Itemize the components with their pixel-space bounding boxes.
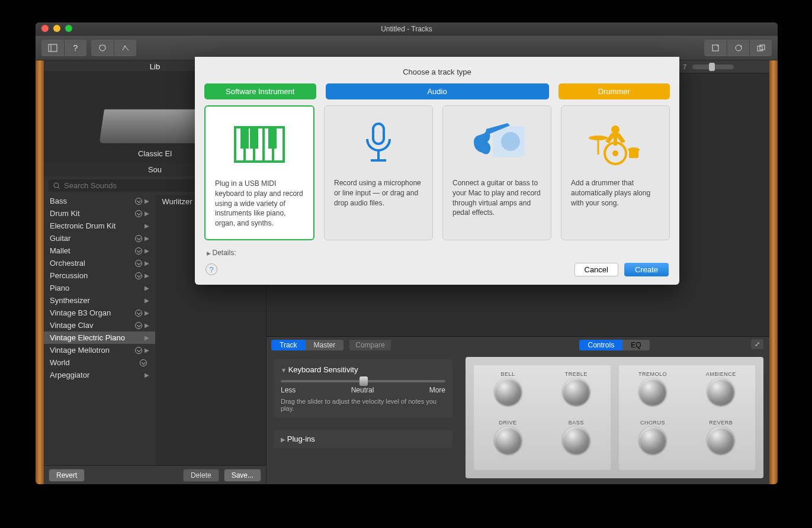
- smart-controls-button[interactable]: [91, 40, 114, 56]
- download-icon: [135, 210, 142, 217]
- sidebar-item-vintage-mellotron[interactable]: Vintage Mellotron▶: [44, 344, 155, 356]
- option-software-instrument[interactable]: Plug in a USB MIDI keyboard to play and …: [204, 105, 314, 240]
- knob-drive[interactable]: DRIVE: [480, 420, 536, 465]
- knob-reverb[interactable]: REVERB: [693, 420, 749, 465]
- category-list: Bass▶Drum Kit▶Electronic Drum Kit▶Guitar…: [44, 195, 155, 465]
- media-browser-button[interactable]: [749, 40, 772, 56]
- option-drummer[interactable]: Add a drummer that automatically plays a…: [561, 105, 670, 240]
- chevron-right-icon: ▶: [145, 247, 149, 254]
- download-icon: [135, 310, 142, 317]
- ruler-mark: 7: [683, 63, 686, 70]
- download-icon: [135, 272, 142, 279]
- download-icon: [135, 260, 142, 267]
- option-si-desc: Plug in a USB MIDI keyboard to play and …: [215, 179, 304, 228]
- svg-rect-31: [629, 150, 638, 158]
- track-master-segment[interactable]: Track Master: [271, 340, 344, 350]
- knob-bass[interactable]: BASS: [548, 420, 604, 465]
- header-audio: Audio: [326, 83, 549, 99]
- chevron-right-icon: ▶: [145, 235, 149, 242]
- instrument-name: Classic El: [138, 149, 172, 158]
- sidebar-item-vintage-clav[interactable]: Vintage Clav▶: [44, 319, 155, 331]
- maximize-window-button[interactable]: [65, 25, 72, 32]
- chevron-right-icon: ▶: [145, 198, 149, 204]
- svg-rect-0: [49, 44, 57, 51]
- amp-panel: BELLTREBLEDRIVEBASS TREMOLOAMBIENCECHORU…: [466, 357, 763, 478]
- ks-less: Less: [281, 386, 296, 394]
- quick-help-button[interactable]: ?: [64, 40, 86, 56]
- knob-bell[interactable]: BELL: [480, 371, 536, 416]
- library-toggle-button[interactable]: [41, 40, 64, 56]
- keyboard-sensitivity-panel: Keyboard Sensitivity Less Neutral More D…: [274, 359, 452, 418]
- knob-group-left: BELLTREBLEDRIVEBASS: [474, 365, 611, 470]
- left-wood-rail: [36, 60, 44, 484]
- knob-ambience[interactable]: AMBIENCE: [693, 371, 749, 416]
- compare-button[interactable]: Compare: [349, 340, 390, 350]
- help-button[interactable]: ?: [206, 263, 217, 275]
- svg-point-25: [611, 125, 620, 134]
- chevron-right-icon: ▶: [145, 297, 149, 304]
- option-guitar-desc: Connect a guitar or bass to your Mac to …: [452, 178, 541, 218]
- tab-controls[interactable]: Controls: [579, 340, 622, 350]
- minimize-window-button[interactable]: [53, 25, 60, 32]
- knob-treble[interactable]: TREBLE: [548, 371, 604, 416]
- download-icon: [135, 235, 142, 242]
- sidebar-item-arpeggiator[interactable]: Arpeggiator▶: [44, 369, 155, 381]
- sidebar-item-vintage-b3-organ[interactable]: Vintage B3 Organ▶: [44, 307, 155, 319]
- zoom-slider[interactable]: [692, 65, 734, 69]
- svg-rect-20: [373, 124, 384, 144]
- knob-tremolo[interactable]: TREMOLO: [625, 371, 681, 416]
- svg-point-24: [501, 132, 520, 151]
- loop-browser-button[interactable]: [727, 40, 749, 56]
- option-drummer-desc: Add a drummer that automatically plays a…: [571, 178, 660, 208]
- option-audio-guitar[interactable]: Connect a guitar or bass to your Mac to …: [442, 105, 551, 240]
- right-wood-rail: [769, 60, 778, 484]
- details-disclosure[interactable]: Details:: [195, 240, 679, 258]
- choose-track-type-dialog: Choose a track type Software Instrument …: [195, 57, 679, 285]
- chevron-right-icon: ▶: [145, 334, 149, 341]
- sidebar-item-mallet[interactable]: Mallet▶: [44, 244, 155, 257]
- tab-master[interactable]: Master: [306, 340, 344, 350]
- sidebar-item-bass[interactable]: Bass▶: [44, 195, 155, 207]
- create-button[interactable]: Create: [624, 263, 669, 276]
- chevron-right-icon: ▶: [145, 310, 149, 316]
- option-audio-mic[interactable]: Record using a microphone or line input …: [324, 105, 433, 240]
- chevron-right-icon: ▶: [145, 372, 149, 378]
- piano-icon: [215, 115, 304, 174]
- plugins-panel[interactable]: Plug-ins: [274, 430, 452, 448]
- ks-slider[interactable]: [281, 380, 445, 382]
- sidebar-item-guitar[interactable]: Guitar▶: [44, 232, 155, 244]
- editors-button[interactable]: [114, 40, 136, 56]
- sidebar-item-vintage-electric-piano[interactable]: Vintage Electric Piano▶: [44, 331, 155, 344]
- tab-track[interactable]: Track: [271, 340, 306, 350]
- download-icon: [135, 347, 142, 354]
- sidebar-item-piano[interactable]: Piano▶: [44, 282, 155, 294]
- plugins-title[interactable]: Plug-ins: [281, 434, 445, 443]
- chevron-right-icon: ▶: [145, 272, 149, 279]
- ks-more: More: [429, 386, 445, 394]
- sidebar-item-electronic-drum-kit[interactable]: Electronic Drum Kit▶: [44, 220, 155, 232]
- chevron-right-icon: ▶: [145, 322, 149, 329]
- sidebar-item-drum-kit[interactable]: Drum Kit▶: [44, 207, 155, 220]
- revert-button[interactable]: Revert: [49, 469, 85, 482]
- controls-eq-segment[interactable]: Controls EQ: [579, 340, 649, 350]
- knob-chorus[interactable]: CHORUS: [625, 420, 681, 465]
- app-window: Untitled - Tracks ? Lib Classic El Sou: [36, 22, 778, 484]
- notepad-button[interactable]: [704, 40, 727, 56]
- guitar-icon: [452, 114, 541, 173]
- tab-eq[interactable]: EQ: [622, 340, 649, 350]
- sidebar-item-percussion[interactable]: Percussion▶: [44, 269, 155, 282]
- chevron-right-icon: ▶: [145, 210, 149, 217]
- sidebar-item-orchestral[interactable]: Orchestral▶: [44, 257, 155, 269]
- ks-title[interactable]: Keyboard Sensitivity: [281, 365, 445, 374]
- download-icon: [140, 359, 147, 366]
- delete-button[interactable]: Delete: [183, 469, 219, 482]
- sidebar-item-synthesizer[interactable]: Synthesizer▶: [44, 294, 155, 307]
- expand-panel-button[interactable]: ⤢: [751, 339, 763, 349]
- sidebar-item-world[interactable]: World: [44, 356, 155, 369]
- dialog-title: Choose a track type: [195, 57, 679, 83]
- save-button[interactable]: Save...: [224, 469, 261, 482]
- cancel-button[interactable]: Cancel: [575, 263, 618, 276]
- chevron-right-icon: ▶: [145, 285, 149, 291]
- chevron-right-icon: ▶: [145, 260, 149, 266]
- close-window-button[interactable]: [41, 25, 49, 32]
